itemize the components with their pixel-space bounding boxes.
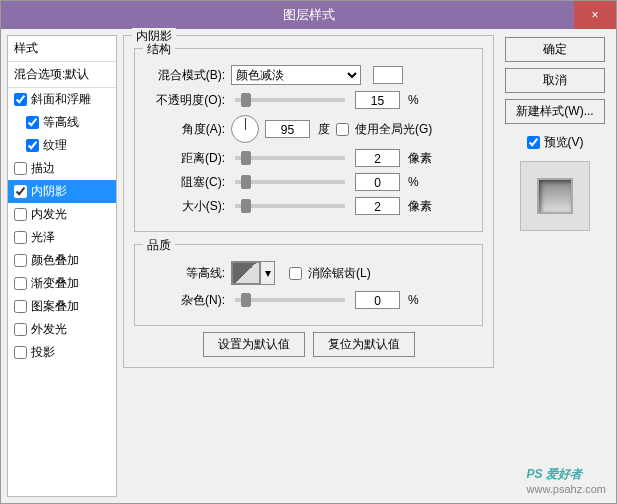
titlebar: 图层样式 × xyxy=(1,1,616,29)
choke-label: 阻塞(C): xyxy=(145,174,225,191)
global-light-checkbox[interactable] xyxy=(336,123,349,136)
right-panel: 确定 取消 新建样式(W)... 预览(V) xyxy=(500,35,610,497)
center-panel: 内阴影 结构 混合模式(B): 颜色减淡 不透明度(O): 15 % xyxy=(123,35,494,497)
style-item[interactable]: 描边 xyxy=(8,157,116,180)
opacity-slider[interactable] xyxy=(235,98,345,102)
structure-title: 结构 xyxy=(143,41,175,58)
blending-options-default[interactable]: 混合选项:默认 xyxy=(8,62,116,88)
style-item[interactable]: 斜面和浮雕 xyxy=(8,88,116,111)
angle-value[interactable]: 95 xyxy=(265,120,310,138)
style-item-checkbox[interactable] xyxy=(14,162,27,175)
style-item[interactable]: 纹理 xyxy=(8,134,116,157)
style-list: 斜面和浮雕等高线纹理描边内阴影内发光光泽颜色叠加渐变叠加图案叠加外发光投影 xyxy=(8,88,116,364)
opacity-unit: % xyxy=(408,93,419,107)
inner-shadow-group: 内阴影 结构 混合模式(B): 颜色减淡 不透明度(O): 15 % xyxy=(123,35,494,368)
style-item-checkbox[interactable] xyxy=(14,323,27,336)
preview-thumbnail xyxy=(537,178,573,214)
antialias-label: 消除锯齿(L) xyxy=(308,265,371,282)
style-item-checkbox[interactable] xyxy=(14,93,27,106)
styles-header[interactable]: 样式 xyxy=(8,36,116,62)
contour-swatch-icon xyxy=(232,262,260,284)
choke-value[interactable]: 0 xyxy=(355,173,400,191)
opacity-label: 不透明度(O): xyxy=(145,92,225,109)
distance-unit: 像素 xyxy=(408,150,432,167)
blend-mode-select[interactable]: 颜色减淡 xyxy=(231,65,361,85)
new-style-button[interactable]: 新建样式(W)... xyxy=(505,99,605,124)
angle-label: 角度(A): xyxy=(145,121,225,138)
quality-title: 品质 xyxy=(143,237,175,254)
style-item-label: 外发光 xyxy=(31,321,67,338)
style-item[interactable]: 光泽 xyxy=(8,226,116,249)
noise-row: 杂色(N): 0 % xyxy=(145,291,472,309)
style-item-checkbox[interactable] xyxy=(14,277,27,290)
preview-row: 预览(V) xyxy=(527,134,584,151)
distance-value[interactable]: 2 xyxy=(355,149,400,167)
style-item-checkbox[interactable] xyxy=(14,231,27,244)
antialias-checkbox[interactable] xyxy=(289,267,302,280)
style-item[interactable]: 内阴影 xyxy=(8,180,116,203)
blend-mode-row: 混合模式(B): 颜色减淡 xyxy=(145,65,472,85)
close-icon: × xyxy=(591,8,598,22)
style-item[interactable]: 外发光 xyxy=(8,318,116,341)
contour-row: 等高线: ▾ 消除锯齿(L) xyxy=(145,261,472,285)
style-item[interactable]: 渐变叠加 xyxy=(8,272,116,295)
opacity-value[interactable]: 15 xyxy=(355,91,400,109)
chevron-down-icon: ▾ xyxy=(260,262,274,284)
size-value[interactable]: 2 xyxy=(355,197,400,215)
style-item-checkbox[interactable] xyxy=(26,116,39,129)
angle-unit: 度 xyxy=(318,121,330,138)
noise-value[interactable]: 0 xyxy=(355,291,400,309)
close-button[interactable]: × xyxy=(574,1,616,29)
style-item-label: 投影 xyxy=(31,344,55,361)
style-item-checkbox[interactable] xyxy=(14,300,27,313)
contour-picker[interactable]: ▾ xyxy=(231,261,275,285)
noise-unit: % xyxy=(408,293,419,307)
contour-label: 等高线: xyxy=(145,265,225,282)
style-item-label: 内阴影 xyxy=(31,183,67,200)
watermark: PS 爱好者 www.psahz.com xyxy=(527,464,606,495)
size-slider[interactable] xyxy=(235,204,345,208)
style-item[interactable]: 图案叠加 xyxy=(8,295,116,318)
style-item-label: 渐变叠加 xyxy=(31,275,79,292)
layer-style-dialog: 图层样式 × 样式 混合选项:默认 斜面和浮雕等高线纹理描边内阴影内发光光泽颜色… xyxy=(0,0,617,504)
style-item-checkbox[interactable] xyxy=(14,185,27,198)
choke-slider[interactable] xyxy=(235,180,345,184)
style-item[interactable]: 颜色叠加 xyxy=(8,249,116,272)
style-item[interactable]: 内发光 xyxy=(8,203,116,226)
preview-label: 预览(V) xyxy=(544,134,584,151)
cancel-button[interactable]: 取消 xyxy=(505,68,605,93)
noise-label: 杂色(N): xyxy=(145,292,225,309)
style-item-checkbox[interactable] xyxy=(14,254,27,267)
style-item-label: 等高线 xyxy=(43,114,79,131)
size-row: 大小(S): 2 像素 xyxy=(145,197,472,215)
choke-unit: % xyxy=(408,175,419,189)
style-item-label: 描边 xyxy=(31,160,55,177)
style-item-checkbox[interactable] xyxy=(14,208,27,221)
preview-checkbox[interactable] xyxy=(527,136,540,149)
style-item[interactable]: 等高线 xyxy=(8,111,116,134)
style-item-label: 光泽 xyxy=(31,229,55,246)
structure-group: 结构 混合模式(B): 颜色减淡 不透明度(O): 15 % 角度(A): xyxy=(134,48,483,232)
style-item-checkbox[interactable] xyxy=(26,139,39,152)
noise-slider[interactable] xyxy=(235,298,345,302)
watermark-sub: www.psahz.com xyxy=(527,483,606,495)
color-swatch[interactable] xyxy=(373,66,403,84)
make-default-button[interactable]: 设置为默认值 xyxy=(203,332,305,357)
distance-label: 距离(D): xyxy=(145,150,225,167)
style-item-label: 图案叠加 xyxy=(31,298,79,315)
style-item-label: 斜面和浮雕 xyxy=(31,91,91,108)
style-item[interactable]: 投影 xyxy=(8,341,116,364)
choke-row: 阻塞(C): 0 % xyxy=(145,173,472,191)
styles-panel: 样式 混合选项:默认 斜面和浮雕等高线纹理描边内阴影内发光光泽颜色叠加渐变叠加图… xyxy=(7,35,117,497)
quality-group: 品质 等高线: ▾ 消除锯齿(L) 杂色(N): 0 xyxy=(134,244,483,326)
angle-dial[interactable] xyxy=(231,115,259,143)
distance-slider[interactable] xyxy=(235,156,345,160)
global-light-label: 使用全局光(G) xyxy=(355,121,432,138)
blend-mode-label: 混合模式(B): xyxy=(145,67,225,84)
ok-button[interactable]: 确定 xyxy=(505,37,605,62)
preview-box xyxy=(520,161,590,231)
reset-default-button[interactable]: 复位为默认值 xyxy=(313,332,415,357)
window-title: 图层样式 xyxy=(283,6,335,24)
style-item-checkbox[interactable] xyxy=(14,346,27,359)
watermark-main: PS 爱好者 xyxy=(527,467,582,481)
